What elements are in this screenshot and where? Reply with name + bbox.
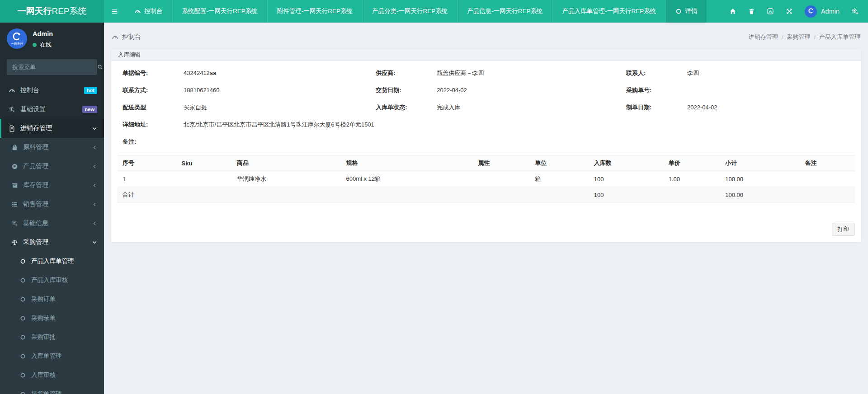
item-label: 入库单管理 — [31, 352, 62, 360]
brand-rest: REP系统 — [52, 5, 86, 17]
tab-stockin-order-mgmt[interactable]: 产品入库单管理-一网天行REP系统 — [552, 0, 666, 23]
item-label: 采购管理 — [23, 238, 48, 246]
cell-remark — [800, 171, 855, 187]
tab-product-info[interactable]: 产品信息-一网天行REP系统 — [457, 0, 552, 23]
circle-o-icon — [19, 372, 26, 378]
tab-product-category[interactable]: 产品分类-一网天行REP系统 — [362, 0, 457, 23]
cell-price: 1.00 — [663, 171, 720, 187]
breadcrumb-item[interactable]: 采购管理 — [787, 33, 810, 41]
sidebar: 一网天行 Admin 在线 控制台 hot 基础设置 new — [0, 23, 104, 394]
tab-dashboard[interactable]: 控制台 — [125, 0, 172, 23]
field-label: 配送类型 — [123, 103, 184, 112]
field-delivery-type: 配送类型买家自提 — [111, 103, 376, 112]
sidebar-menu: 控制台 hot 基础设置 new 进销存管理 原料管理 P — [0, 81, 104, 394]
col-header-price: 单价 — [663, 155, 720, 171]
field-order-no: 单据编号:43242412aa — [111, 69, 376, 77]
field-label: 供应商: — [376, 69, 437, 77]
cell-seq: 1 — [117, 171, 176, 187]
chevron-left-icon — [92, 145, 97, 150]
sidebar-item-product-mgmt[interactable]: P 产品管理 — [0, 157, 104, 176]
cell-unit: 箱 — [529, 171, 589, 187]
cell-qty: 100 — [589, 171, 663, 187]
search-input[interactable] — [7, 64, 97, 70]
sidebar-item-warehouse-audit[interactable]: 入库审核 — [0, 366, 104, 385]
user-status[interactable]: 在线 — [33, 41, 53, 49]
field-contact-person: 联系人:李四 — [626, 69, 861, 77]
print-button[interactable]: 打印 — [832, 223, 855, 236]
form-row-address: 详细地址:北京/北京市/昌平区北京市昌平区北清路1号珠江摩尔大厦6号楼2单元15… — [111, 116, 861, 133]
field-label: 入库单状态: — [376, 103, 437, 112]
item-label: 产品入库单管理 — [31, 257, 74, 265]
language-icon[interactable]: A — [767, 8, 774, 15]
box-body: 单据编号:43242412aa 供应商:瓶盖供应商－李四 联系人:李四 联系方式… — [111, 61, 861, 203]
user-meta: Admin 在线 — [33, 28, 53, 49]
gears-icon[interactable] — [851, 8, 859, 15]
gears-icon — [11, 220, 18, 227]
user-menu[interactable]: Admin — [805, 5, 840, 18]
item-label: 采购订单 — [31, 295, 56, 303]
sidebar-item-raw-material[interactable]: 原料管理 — [0, 138, 104, 157]
sidebar-toggle-button[interactable] — [104, 0, 125, 23]
navbar-tabs: 控制台 系统配置-一网天行REP系统 附件管理-一网天行REP系统 产品分类-一… — [125, 0, 707, 23]
sidebar-item-stockin-order-mgmt[interactable]: 产品入库单管理 — [0, 252, 104, 271]
tab-detail-active[interactable]: 详情 — [665, 0, 707, 23]
sidebar-item-base-info[interactable]: 基础信息 — [0, 214, 104, 233]
field-value: 瓶盖供应商－李四 — [437, 70, 484, 76]
sidebar-item-sales-mgmt[interactable]: 销售管理 — [0, 195, 104, 214]
sidebar-item-base-settings[interactable]: 基础设置 new — [0, 100, 104, 119]
tab-system-config[interactable]: 系统配置-一网天行REP系统 — [172, 0, 267, 23]
item-label: 入库审核 — [31, 371, 56, 379]
chevron-down-icon — [92, 239, 97, 245]
trash-icon[interactable] — [748, 8, 755, 15]
circle-o-icon — [19, 391, 26, 394]
fullscreen-icon[interactable] — [786, 8, 793, 15]
circle-o-icon — [19, 334, 26, 340]
brand-bold: 一网天行 — [17, 5, 52, 17]
sidebar-item-stockin-audit[interactable]: 产品入库审核 — [0, 271, 104, 290]
search-icon[interactable] — [97, 64, 103, 70]
circle-o-icon — [675, 8, 682, 14]
cell-empty — [663, 187, 720, 203]
breadcrumb-item[interactable]: 进销存管理 — [749, 33, 778, 41]
sidebar-item-inventory-mgmt[interactable]: 进销存管理 — [0, 119, 104, 138]
col-header-sku: Sku — [176, 155, 231, 171]
breadcrumb-separator: / — [814, 34, 816, 41]
field-value: 买家自提 — [184, 104, 207, 111]
chevron-down-icon — [92, 126, 97, 131]
col-header-unit: 单位 — [529, 155, 589, 171]
avatar — [805, 5, 817, 18]
home-icon[interactable] — [729, 8, 736, 15]
field-label: 单据编号: — [123, 69, 184, 77]
sidebar-user-panel: 一网天行 Admin 在线 — [0, 23, 104, 53]
field-label: 详细地址: — [123, 121, 184, 129]
col-header-remark: 备注 — [800, 155, 855, 171]
item-label: 基础设置 — [20, 105, 46, 113]
tab-label: 产品分类-一网天行REP系统 — [372, 7, 448, 15]
tab-attachment-mgmt[interactable]: 附件管理-一网天行REP系统 — [267, 0, 362, 23]
item-label: 原料管理 — [23, 143, 48, 151]
breadcrumb-item[interactable]: 产品入库单管理 — [819, 33, 860, 41]
field-address: 详细地址:北京/北京市/昌平区北京市昌平区北清路1号珠江摩尔大厦6号楼2单元15… — [111, 121, 861, 129]
sidebar-item-purchase-approval[interactable]: 采购审批 — [0, 328, 104, 347]
navbar-right-group: A Admin — [729, 0, 868, 23]
field-label: 交货日期: — [376, 86, 437, 94]
sidebar-item-stock-mgmt[interactable]: 库存管理 — [0, 176, 104, 195]
sidebar-item-warehouse-order-mgmt[interactable]: 入库单管理 — [0, 347, 104, 366]
cell-total-label: 合计 — [117, 187, 176, 203]
cell-empty — [473, 187, 530, 203]
inventory-submenu: 原料管理 P 产品管理 库存管理 销售管理 — [0, 138, 104, 394]
field-value: 李四 — [687, 70, 699, 76]
sidebar-item-return-order-mgmt[interactable]: 退货单管理 — [0, 385, 104, 394]
top-navbar: 一网天行REP系统 控制台 系统配置-一网天行REP系统 附件管理-一网天行RE… — [0, 0, 868, 23]
sidebar-item-purchase-entry[interactable]: 采购录单 — [0, 309, 104, 328]
sidebar-user-name: Admin — [33, 30, 53, 38]
sidebar-item-dashboard[interactable]: 控制台 hot — [0, 81, 104, 100]
sidebar-item-purchase-order[interactable]: 采购订单 — [0, 290, 104, 309]
col-header-qty: 入库数 — [589, 155, 663, 171]
sidebar-item-purchase-mgmt[interactable]: 采购管理 — [0, 233, 104, 252]
tab-label: 系统配置-一网天行REP系统 — [182, 7, 258, 15]
brand-logo[interactable]: 一网天行REP系统 — [0, 0, 104, 23]
cell-empty — [800, 187, 855, 203]
field-label: 采购单号: — [626, 86, 687, 94]
item-label: 基础信息 — [23, 219, 48, 227]
